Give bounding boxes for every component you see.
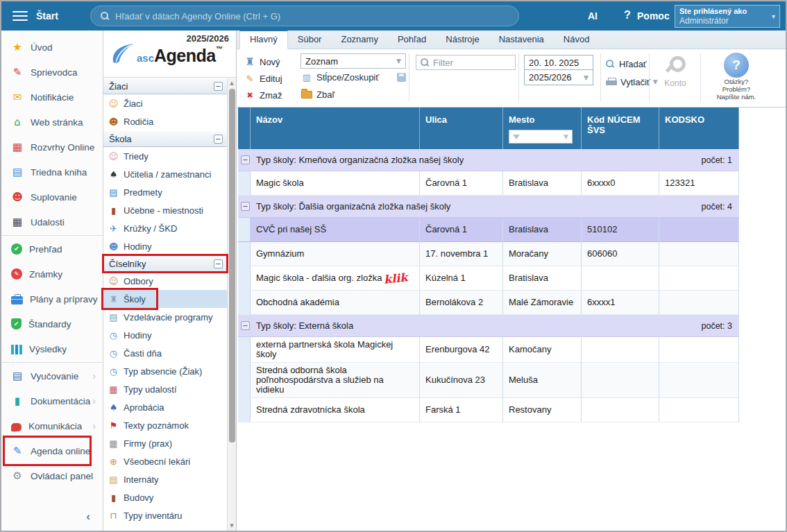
tab-nastroje[interactable]: Nástroje (436, 31, 489, 49)
tab-subor[interactable]: Súbor (288, 31, 332, 49)
group-row[interactable]: −Typ školy: Externá školapočet: 3 (238, 315, 739, 337)
sidebar-item-ziaci[interactable]: ☺Žiaci (103, 94, 227, 112)
column-header-kodsko[interactable]: KODSKO (659, 108, 739, 149)
hamburger-menu-icon[interactable] (12, 8, 28, 24)
sidebar-item-ovladaci-panel[interactable]: ⚙Ovládací panel (1, 463, 103, 488)
scroll-up-icon[interactable]: ▲ (230, 78, 233, 88)
help-icon[interactable]: ? (624, 9, 631, 22)
search-button[interactable]: Hľadať (606, 55, 658, 73)
tab-zoznamy[interactable]: Zoznamy (331, 31, 387, 49)
edit-button[interactable]: ✎ Edituj (244, 70, 282, 87)
tab-nastavenia[interactable]: Nastavenia (489, 31, 554, 49)
sidebar-item-typ-absencie-ziak[interactable]: ◷Typ absencie (Žiak) (103, 362, 227, 380)
sidebar-item-skoly[interactable]: ♜Školy (103, 290, 227, 308)
sidebar-item-texty-poznamok[interactable]: ⚑Texty poznámok (103, 416, 227, 434)
sidebar-item-rozvrhy-online[interactable]: ▦Rozvrhy Online (1, 135, 103, 160)
section-header-ziaci[interactable]: Žiaci− (103, 78, 227, 94)
sidebar-item-hodiny[interactable]: ◷Hodiny (103, 326, 227, 344)
sidebar-item-kruzky-skd[interactable]: ✈Krúžky / ŠKD (103, 219, 227, 237)
sidebar-item-odbory[interactable]: ☺Odbory (103, 272, 227, 290)
section-header-ciselniky[interactable]: Číselníky− (103, 255, 227, 272)
filter-input[interactable] (433, 58, 508, 68)
sidebar-item-ucebne-miestnosti[interactable]: ▮Učebne - miestnosti (103, 201, 227, 219)
sidebar-item-typy-inventaru[interactable]: ⊓Typy inventáru (103, 506, 227, 524)
mesto-filter-dropdown[interactable]: ▼ (509, 130, 573, 144)
sidebar-item-typy-udalosti[interactable]: ▦Typy udalostí (103, 380, 227, 398)
sidebar-item-suplovanie[interactable]: ☻Suplovanie (1, 185, 103, 209)
sidebar-item-budovy[interactable]: ▮Budovy (103, 488, 227, 506)
table-row[interactable]: Stredná odborná škola poľnohospodárstva … (238, 363, 739, 398)
asc-agenda-logo[interactable]: ascAgenda™ (108, 42, 232, 66)
sidebar-item-uvod[interactable]: ★Úvod (1, 35, 103, 60)
tab-navod[interactable]: Návod (554, 31, 600, 49)
scroll-down-icon[interactable]: ▼ (230, 521, 233, 531)
sidebar-item-notifikacie[interactable]: ✉Notifikácie (1, 85, 103, 110)
sidebar-item-web-stranka[interactable]: ⌂Web stránka (1, 110, 103, 135)
sidebar-item-sprievodca[interactable]: ✎Sprievodca (1, 60, 103, 85)
list-select[interactable]: Zoznam ▼ (301, 53, 406, 69)
sidebar-item-aprobacia[interactable]: ♠Aprobácia (103, 398, 227, 416)
agenda-sidebar-scrollbar[interactable]: ▲ ▼ (227, 78, 236, 531)
collapse-icon[interactable]: − (214, 135, 223, 144)
table-row[interactable]: Magic školaČarovná 1Bratislava6xxxx01233… (238, 171, 739, 196)
ai-button[interactable]: AI (588, 10, 598, 22)
sidebar-item-agenda-online[interactable]: ✎Agenda online (1, 438, 103, 463)
sidebar-item-udalosti[interactable]: ▦Udalosti (1, 209, 103, 234)
sidebar-item-ucitelia-zamestnanci[interactable]: ♠Učitelia / zamestnanci (103, 165, 227, 183)
columns-group-button[interactable]: ▥ Stĺpce/Zoskupiť (301, 69, 406, 86)
group-row[interactable]: −Typ školy: Ďalšia organizačná zložka na… (238, 196, 739, 218)
table-row[interactable]: externá partnerská škola Magickej školyE… (238, 337, 739, 363)
table-row[interactable]: Magic škola - ďalšia org. zložkaklikKúze… (238, 266, 739, 291)
logged-in-user-dropdown[interactable]: Ste prihlásený ako Administrátor ▾ (675, 5, 780, 28)
delete-button[interactable]: ✖ Zmaž (244, 87, 282, 103)
save-layout-icon[interactable] (397, 73, 406, 82)
print-button[interactable]: Vytlačiť ▼ (606, 73, 658, 91)
filter-box[interactable] (416, 55, 516, 70)
table-row[interactable]: Gymnázium17. novembra 1Moračany606060 (238, 242, 739, 266)
sidebar-collapse-button[interactable]: ‹ (86, 510, 90, 524)
table-row[interactable]: Obchodná akadémiaBernolákova 2Malé Zámor… (238, 291, 739, 315)
sidebar-item-vyucovanie[interactable]: ▤Vyučovanie› (1, 363, 103, 388)
sidebar-item-standardy[interactable]: ✔Štandardy (1, 311, 103, 336)
sidebar-item-komunikacia[interactable]: Komunikácia› (1, 413, 103, 438)
sidebar-item-dokumentacia[interactable]: ▮Dokumentácia› (1, 388, 103, 413)
sidebar-item-vseobecni-lekari[interactable]: ⊕Všeobecní lekári (103, 452, 227, 470)
account-button[interactable]: Konto (656, 55, 695, 88)
contact-help-button[interactable]: ? Otázky? Problém? Napíšte nám. (707, 53, 765, 101)
column-header-kod-nucem[interactable]: Kód NÚCEM ŠVS (582, 108, 659, 149)
column-header-nazov[interactable]: Názov (251, 108, 420, 149)
sidebar-item-vzdelavacie-programy[interactable]: ▤Vzdelávacie programy (103, 308, 227, 326)
collapse-icon[interactable]: − (241, 155, 250, 164)
tab-hlavny[interactable]: Hlavný (239, 30, 288, 49)
sidebar-item-prehlad[interactable]: ✔Prehľad (1, 237, 103, 261)
sidebar-item-triedna-kniha[interactable]: ▤Triedna kniha (1, 160, 103, 185)
collapse-icon[interactable]: − (241, 202, 250, 211)
column-header-mesto[interactable]: Mesto ▼ (503, 108, 582, 149)
collapse-icon[interactable]: − (214, 259, 223, 268)
sidebar-item-casti-dna[interactable]: ◷Časti dňa (103, 344, 227, 362)
column-header-ulica[interactable]: Ulica (420, 108, 503, 149)
sidebar-item-internaty[interactable]: ▤Internáty (103, 470, 227, 488)
date-input[interactable]: 20. 10. 2025 (524, 55, 593, 70)
section-header-skola[interactable]: Škola− (103, 130, 227, 147)
table-row[interactable]: CVČ pri našej SŠČarovná 1Bratislava51010… (238, 218, 739, 242)
scrollbar-thumb[interactable] (229, 89, 235, 443)
collapse-icon[interactable]: − (214, 82, 223, 91)
collapse-all-button[interactable]: Zbaľ (301, 86, 406, 103)
global-search-input[interactable] (115, 11, 490, 22)
sidebar-item-plany-a-pripravy[interactable]: Plány a prípravy (1, 286, 103, 311)
group-row[interactable]: −Typ školy: Kmeňová organizačná zložka n… (238, 149, 739, 171)
start-button[interactable]: Štart (36, 10, 58, 22)
collapse-icon[interactable]: − (241, 321, 250, 330)
sidebar-item-triedy[interactable]: ☺Triedy (103, 147, 227, 165)
global-search[interactable] (90, 6, 519, 26)
tab-pohlad[interactable]: Pohľad (388, 31, 436, 49)
table-row[interactable]: Stredná zdravotnícka školaFarská 1Restov… (238, 398, 739, 422)
school-year-select[interactable]: 2025/2026 ▼ (524, 70, 593, 85)
sidebar-item-znamky[interactable]: ✎Známky (1, 261, 103, 286)
sidebar-item-firmy-prax[interactable]: ▦Firmy (prax) (103, 434, 227, 452)
sidebar-item-predmety[interactable]: ▤Predmety (103, 183, 227, 201)
help-button[interactable]: Pomoc (637, 10, 670, 22)
new-button[interactable]: ♜ Nový (244, 53, 282, 70)
sidebar-item-hodiny[interactable]: ☻Hodiny (103, 237, 227, 255)
